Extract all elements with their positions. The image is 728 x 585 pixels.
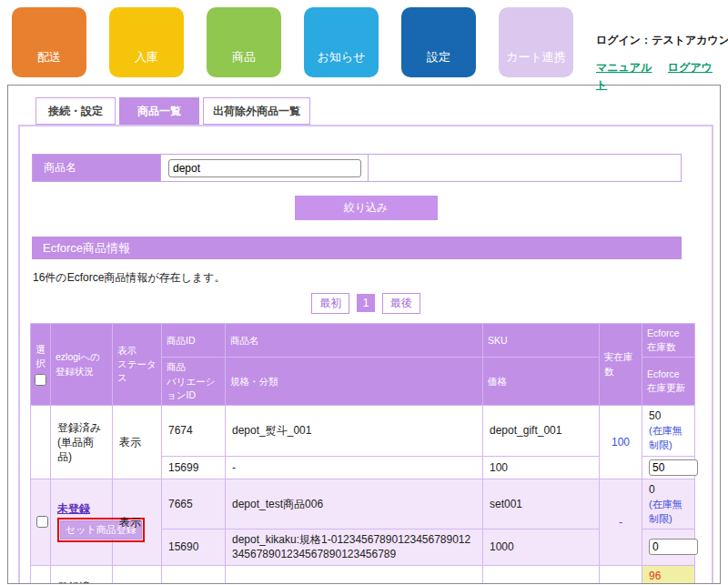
product-table: 選択 ezlogiへの 登録状況 表示 ステータス 商品ID 商品名 SKU 実… xyxy=(30,323,695,584)
product-name-cell: depot_定期商品02 xyxy=(226,565,483,584)
nav-button-inbound[interactable]: 入庫 xyxy=(109,7,184,77)
spec-cell: - xyxy=(226,456,483,479)
ec-stock-value: 0 xyxy=(649,483,655,496)
pagination: 最初 1 最後 xyxy=(32,293,700,314)
pagination-last[interactable]: 最後 xyxy=(382,293,420,314)
ec-stock-header-line2: 在庫数 xyxy=(647,341,676,352)
search-input-cell xyxy=(161,155,369,182)
pagination-first[interactable]: 最初 xyxy=(311,293,349,314)
nav-button-delivery[interactable]: 配送 xyxy=(12,7,86,77)
sku-cell: set001 xyxy=(483,479,600,530)
select-cell xyxy=(31,479,51,565)
ec-stock-column-header: Ecforce 在庫数 xyxy=(642,324,695,358)
top-navigation: 配送入庫商品お知らせ設定カート連携 ログイン：テストアカウント様 マニュアル ロ… xyxy=(0,0,728,85)
filter-button-row: 絞り込み xyxy=(32,196,700,220)
product-row: 登録済み(単品商品)表示7584depot_定期商品02S00499596(在庫… xyxy=(31,565,695,584)
price-cell: 100 xyxy=(483,456,600,479)
filter-button[interactable]: 絞り込み xyxy=(295,196,438,220)
product-id-cell: 7665 xyxy=(162,479,226,530)
select-column-header: 選択 xyxy=(31,324,51,406)
ec-stock-cell: 96(在庫無制限) xyxy=(642,565,695,584)
product-name-label: 商品名 xyxy=(33,155,161,182)
spec-cell: depot_kikaku:規格1-01234567890123456789012… xyxy=(226,530,483,565)
product-id-column-header: 商品ID xyxy=(162,324,226,358)
tab-bar: 接続・設定商品一覧出荷除外商品一覧 xyxy=(35,97,720,125)
main-container: 接続・設定商品一覧出荷除外商品一覧 商品名 絞り込み Ecforce商品情報 1… xyxy=(7,85,721,584)
section-title: Ecforce商品情報 xyxy=(32,237,682,259)
ec-stock-cell: 50(在庫無制限) xyxy=(642,406,695,457)
ec-update-header-line1: Ecforce xyxy=(647,368,680,379)
registration-header-line2: 登録状況 xyxy=(56,366,94,377)
ec-update-header-line2: 在庫更新 xyxy=(647,382,685,393)
login-account-label: ログイン：テストアカウント様 xyxy=(596,33,723,48)
product-name-column-header: 商品名 xyxy=(226,324,483,358)
select-all-checkbox[interactable] xyxy=(35,374,46,386)
stock-update-cell xyxy=(642,530,695,565)
sku-column-header: SKU xyxy=(483,324,600,358)
unregistered-link[interactable]: 未登録 xyxy=(57,501,90,516)
registration-column-header: ezlogiへの 登録状況 xyxy=(51,324,113,406)
select-cell xyxy=(31,406,51,479)
variation-id-cell: 15699 xyxy=(162,456,226,479)
stock-unlimited-note: (在庫無制限) xyxy=(649,425,682,450)
stock-unlimited-note: (在庫無制限) xyxy=(649,499,682,524)
nav-button-news[interactable]: お知らせ xyxy=(304,7,379,77)
actual-stock-cell[interactable]: 100 xyxy=(600,406,642,479)
nav-button-cart-link[interactable]: カート連携 xyxy=(499,7,573,77)
registration-status-cell: 登録済み(単品商品) xyxy=(51,406,113,479)
result-count: 16件のEcforce商品情報が存在します。 xyxy=(33,270,700,286)
product-table-header: 選択 ezlogiへの 登録状況 表示 ステータス 商品ID 商品名 SKU 実… xyxy=(31,324,695,406)
display-header-line1: 表示 xyxy=(117,345,136,356)
display-header-line2: ステータス xyxy=(117,358,157,383)
product-id-cell: 7584 xyxy=(162,565,226,584)
login-links: マニュアル ログアウト xyxy=(596,58,723,93)
display-status-column-header: 表示 ステータス xyxy=(113,324,162,406)
actual-stock-cell[interactable]: 95 xyxy=(600,565,642,584)
ec-stock-value: 96 xyxy=(649,570,661,582)
nav-button-products[interactable]: 商品 xyxy=(207,7,281,77)
pagination-current-page[interactable]: 1 xyxy=(357,294,376,312)
display-status-cell: 表示 xyxy=(113,565,162,584)
price-cell: 1000 xyxy=(483,530,600,565)
product-row: 登録済み(単品商品)表示7674depot_熨斗_001depot_gift_0… xyxy=(31,406,695,457)
row-select-checkbox[interactable] xyxy=(36,516,48,528)
search-empty-cell xyxy=(369,155,682,182)
stock-update-input[interactable] xyxy=(649,539,698,555)
tab-excluded-product-list[interactable]: 出荷除外商品一覧 xyxy=(203,97,310,125)
content-panel: 商品名 絞り込み Ecforce商品情報 16件のEcforce商品情報が存在し… xyxy=(18,125,713,584)
ec-stock-cell: 0(在庫無制限) xyxy=(642,479,695,530)
select-header-label: 選択 xyxy=(35,344,46,368)
ec-stock-header-line1: Ecforce xyxy=(647,328,680,338)
display-status-cell: 表示 xyxy=(113,479,162,565)
spec-column-header: 規格・分類 xyxy=(226,358,483,406)
tab-product-list[interactable]: 商品一覧 xyxy=(119,97,199,125)
sku-cell: S0049 xyxy=(483,565,600,584)
product-name-input[interactable] xyxy=(168,159,361,177)
tab-connection-settings[interactable]: 接続・設定 xyxy=(35,97,116,125)
ec-update-column-header: Ecforce 在庫更新 xyxy=(642,358,695,406)
login-info: ログイン：テストアカウント様 マニュアル ログアウト xyxy=(596,33,723,93)
stock-update-input[interactable] xyxy=(649,459,698,476)
price-column-header: 価格 xyxy=(483,358,600,406)
product-name-cell: depot_test商品006 xyxy=(226,479,483,530)
variation-header-line1: 商品 xyxy=(167,361,186,372)
select-cell xyxy=(31,565,51,584)
nav-button-settings[interactable]: 設定 xyxy=(401,7,476,77)
product-id-cell: 7674 xyxy=(162,406,226,457)
variation-id-column-header: 商品 バリエーションID xyxy=(162,358,226,406)
search-form: 商品名 xyxy=(32,154,682,182)
search-row: 商品名 xyxy=(33,155,682,182)
actual-stock-column-header: 実在庫数 xyxy=(600,324,642,406)
manual-link[interactable]: マニュアル xyxy=(596,61,652,74)
ec-stock-value: 50 xyxy=(649,409,661,422)
sku-cell: depot_gift_001 xyxy=(483,406,600,457)
actual-stock-cell: - xyxy=(600,479,642,565)
variation-id-cell: 15690 xyxy=(162,530,226,565)
registration-status-cell: 未登録セット商品登録 xyxy=(51,479,113,565)
variation-header-line2: バリエーションID xyxy=(167,376,215,400)
registration-status-cell: 登録済み(単品商品) xyxy=(51,565,113,584)
stock-update-cell xyxy=(642,456,695,479)
registration-header-line1: ezlogiへの xyxy=(56,351,100,362)
product-name-cell: depot_熨斗_001 xyxy=(226,406,483,457)
display-status-cell: 表示 xyxy=(113,406,162,479)
